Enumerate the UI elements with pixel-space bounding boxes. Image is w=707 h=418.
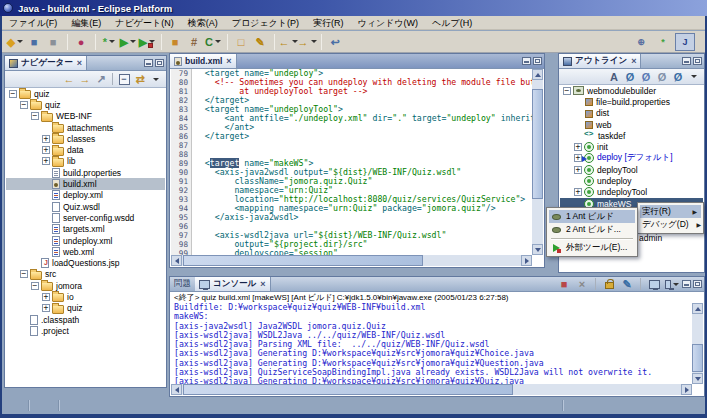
close-icon[interactable]: × [77, 58, 82, 68]
last-edit-location-icon[interactable]: ↩ [326, 33, 344, 51]
expand-expander-icon[interactable]: + [42, 157, 50, 165]
code-editor[interactable]: 79 <target name="undeploy">80 <!-- Somet… [171, 69, 532, 255]
scrollbar-thumb[interactable] [532, 89, 543, 199]
tree-row[interactable]: file=build.properties [560, 96, 703, 107]
open-perspective-icon[interactable]: ⊕ [631, 33, 651, 51]
tree-row[interactable]: −WEB-INF [6, 111, 165, 122]
scroll-left-icon[interactable] [171, 384, 182, 395]
forward-icon[interactable]: → [77, 72, 93, 87]
scroll-right-icon[interactable] [521, 255, 532, 266]
tree-row[interactable]: −quiz [6, 88, 165, 99]
close-icon[interactable]: × [226, 56, 231, 66]
dropdown-arrow-icon[interactable] [673, 283, 679, 286]
new-class-icon[interactable]: C [204, 33, 222, 51]
expand-expander-icon[interactable]: + [574, 143, 582, 151]
close-icon[interactable]: × [260, 279, 265, 289]
dropdown-arrow-icon[interactable] [17, 40, 23, 43]
tab-navigator[interactable]: ナビゲーター × [5, 56, 87, 70]
run-icon[interactable]: ▶ [119, 33, 137, 51]
minimize-icon[interactable] [522, 57, 531, 65]
tree-row[interactable]: build.properties [6, 167, 165, 178]
expand-expander-icon[interactable]: + [42, 304, 50, 312]
filter-icon[interactable]: Ø [622, 69, 638, 84]
menu-item[interactable]: ヘルプ(H) [425, 16, 479, 30]
collapse-all-icon[interactable]: − [116, 72, 132, 87]
scroll-down-icon[interactable] [692, 373, 703, 384]
collapse-expander-icon[interactable]: − [20, 101, 28, 109]
debug-icon[interactable]: * [100, 33, 118, 51]
tree-row[interactable]: web [560, 119, 703, 130]
terminate-icon[interactable]: ■ [556, 277, 572, 292]
maximize-icon[interactable] [533, 57, 542, 65]
tree-row[interactable]: Quiz.wsdl [6, 201, 165, 212]
tree-row[interactable]: +classes [6, 133, 165, 144]
menu-item[interactable]: 実行(R) [306, 16, 351, 30]
new-java-project-icon[interactable]: ■ [166, 33, 184, 51]
remove-launches-icon[interactable]: × [574, 277, 590, 292]
menu-item[interactable]: 2 Ant ビルド... [549, 223, 635, 236]
scroll-left-icon[interactable] [171, 255, 182, 266]
run-external-tools-icon[interactable]: ▶ [138, 33, 156, 51]
tree-row[interactable]: build.xml [6, 178, 165, 189]
tab-console[interactable]: コンソール × [195, 277, 271, 291]
new-wizard-icon[interactable]: ◆ [6, 33, 24, 51]
dropdown-arrow-icon[interactable] [311, 40, 317, 43]
menu-item[interactable]: 1 Ant ビルド [549, 210, 635, 223]
filter-icon[interactable]: Ø [670, 69, 686, 84]
save-icon[interactable]: ■ [25, 33, 43, 51]
collapse-expander-icon[interactable]: − [31, 112, 39, 120]
scroll-up-icon[interactable] [692, 303, 703, 314]
console-output[interactable]: Buildfile: D:¥workspace¥quiz¥quiz¥WEB-IN… [171, 303, 692, 384]
dropdown-arrow-icon[interactable] [215, 40, 221, 43]
tree-row[interactable]: +data [6, 144, 165, 155]
tree-row[interactable]: undeploy [560, 175, 703, 186]
collapse-expander-icon[interactable]: − [20, 270, 28, 278]
maximize-icon[interactable] [155, 59, 164, 67]
scrollbar-thumb[interactable] [183, 255, 423, 266]
scroll-right-icon[interactable] [681, 384, 692, 395]
filter-icon[interactable]: Ø [638, 69, 654, 84]
filter-icon[interactable]: Ø [654, 69, 670, 84]
tree-row[interactable]: dist [560, 108, 703, 119]
console-vertical-scrollbar[interactable] [692, 303, 703, 384]
print-icon[interactable]: ■ [44, 33, 62, 51]
tree-row[interactable]: .project [6, 325, 165, 336]
tree-row[interactable]: server-config.wsdd [6, 212, 165, 223]
tree-row[interactable]: .classpath [6, 314, 165, 325]
tree-row[interactable]: +lib [6, 156, 165, 167]
tab-outline[interactable]: アウトライン × [559, 54, 641, 68]
java-perspective-icon[interactable]: J [675, 33, 695, 51]
forward-icon[interactable]: → [298, 33, 316, 51]
tree-row[interactable]: +quiz [6, 303, 165, 314]
tree-row[interactable]: loadQuestions.jsp [6, 257, 165, 268]
expand-expander-icon[interactable]: + [42, 293, 50, 301]
editor-horizontal-scrollbar[interactable] [171, 255, 532, 266]
maximize-icon[interactable] [693, 280, 702, 288]
tree-row[interactable]: +io [6, 291, 165, 302]
expand-expander-icon[interactable]: + [574, 154, 582, 162]
expand-expander-icon[interactable]: + [42, 135, 50, 143]
title-bar[interactable]: Java - build.xml - Eclipse Platform [0, 0, 707, 16]
menu-item[interactable]: 編集(E) [64, 16, 108, 30]
menu-item[interactable]: デバッグ(D)▶ [640, 218, 701, 231]
close-icon[interactable]: × [631, 56, 636, 66]
console-horizontal-scrollbar[interactable] [171, 384, 692, 395]
menu-item[interactable]: ファイル(F) [2, 16, 64, 30]
expand-expander-icon[interactable]: + [574, 166, 582, 174]
dropdown-arrow-icon[interactable] [130, 40, 136, 43]
scrollbar-thumb[interactable] [692, 344, 703, 372]
tree-row[interactable]: taskdef [560, 130, 703, 141]
new-package-icon[interactable]: # [185, 33, 203, 51]
search-icon[interactable]: ✎ [251, 33, 269, 51]
scroll-down-icon[interactable] [532, 244, 543, 255]
collapse-expander-icon[interactable]: − [563, 87, 571, 95]
minimize-icon[interactable] [144, 59, 153, 67]
back-icon[interactable]: ← [61, 72, 77, 87]
scrollbar-thumb[interactable] [183, 384, 513, 395]
tree-row[interactable]: −jomora [6, 280, 165, 291]
sort-icon[interactable]: A [606, 69, 622, 84]
view-menu-icon[interactable] [686, 69, 702, 84]
tree-row[interactable]: +init [560, 141, 703, 152]
tree-row[interactable]: −webmodulebuilder [560, 85, 703, 96]
menu-item[interactable]: 外部ツール(E)... [549, 241, 635, 254]
